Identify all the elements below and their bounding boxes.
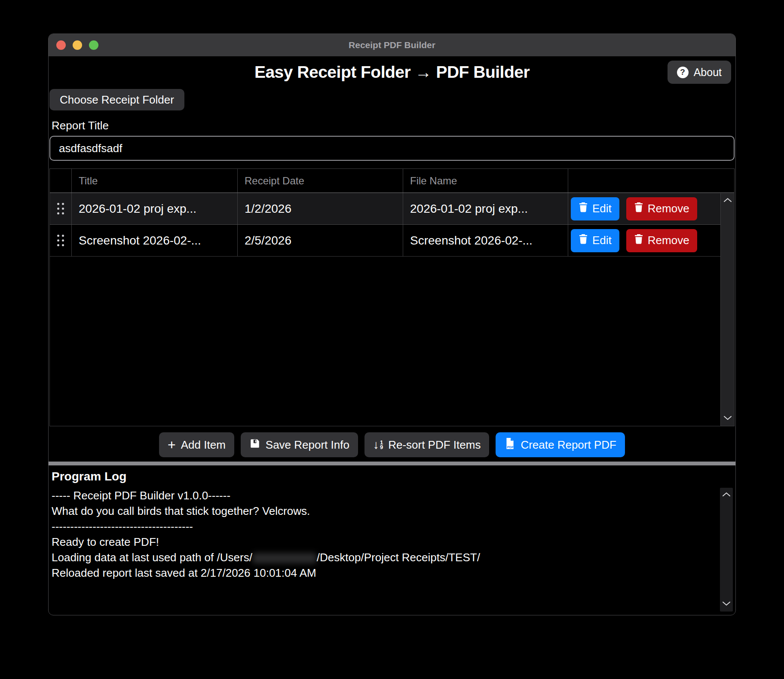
row-actions-cell: Edit Remove: [568, 193, 721, 224]
column-header-actions: [568, 169, 721, 193]
log-scrollbar[interactable]: [720, 488, 733, 612]
trash-icon: [634, 234, 643, 247]
about-button[interactable]: ? About: [668, 61, 731, 84]
remove-button[interactable]: Remove: [626, 197, 697, 220]
log-scroll-down-icon[interactable]: [721, 600, 732, 608]
window-title: Receipt PDF Builder: [349, 40, 435, 50]
titlebar: Receipt PDF Builder: [49, 34, 735, 56]
log-line: ----- Receipt PDF Builder v1.0.0------: [52, 488, 717, 503]
report-title-label: Report Title: [52, 119, 735, 132]
scroll-up-icon[interactable]: [723, 197, 733, 205]
column-header-file-name: File Name: [403, 169, 568, 193]
row-actions-cell: Edit Remove: [568, 225, 721, 256]
table-scrollbar[interactable]: [720, 193, 734, 426]
program-log-pane: Program Log ----- Receipt PDF Builder v1…: [49, 465, 735, 615]
row-file-cell: 2026-01-02 proj exp...: [403, 193, 568, 224]
drag-dots-icon: [57, 203, 64, 214]
app-window: Receipt PDF Builder Easy Receipt Folder …: [48, 34, 736, 615]
save-report-info-label: Save Report Info: [266, 438, 349, 452]
traffic-lights: [56, 34, 98, 56]
question-icon: ?: [677, 67, 689, 78]
remove-button[interactable]: Remove: [626, 229, 697, 252]
drag-dots-icon: [57, 235, 64, 246]
receipt-table: Title Receipt Date File Name 2026-01-02 …: [49, 168, 735, 426]
row-drag-handle[interactable]: [50, 193, 72, 224]
redacted-username: [252, 553, 317, 563]
pane-splitter[interactable]: [49, 462, 735, 465]
pdf-file-icon: PDF: [504, 437, 515, 453]
choose-receipt-folder-button[interactable]: Choose Receipt Folder: [49, 89, 184, 110]
table-row: 2026-01-02 proj exp... 1/2/2026 2026-01-…: [50, 193, 734, 225]
edit-button[interactable]: Edit: [571, 197, 619, 220]
column-header-receipt-date: Receipt Date: [238, 169, 403, 193]
log-line: --------------------------------------: [52, 519, 717, 534]
trash-icon: [579, 234, 588, 247]
row-title-cell: 2026-01-02 proj exp...: [72, 193, 238, 224]
table-row: Screenshot 2026-02-... 2/5/2026 Screensh…: [50, 225, 734, 257]
log-line-last: Reloaded report last saved at 2/17/2026 …: [52, 565, 717, 581]
close-button[interactable]: [56, 40, 66, 50]
trash-icon: [579, 202, 588, 215]
drag-handle-column-header: [50, 169, 72, 193]
svg-text:PDF: PDF: [507, 445, 514, 449]
row-drag-handle[interactable]: [50, 225, 72, 256]
add-item-label: Add Item: [181, 438, 226, 452]
plus-icon: +: [168, 438, 176, 452]
resort-pdf-items-label: Re-sort PDF Items: [388, 438, 481, 452]
table-header-row: Title Receipt Date File Name: [50, 169, 734, 193]
log-path-prefix: Loading data at last used path of /Users…: [52, 551, 252, 564]
row-title-cell: Screenshot 2026-02-...: [72, 225, 238, 256]
log-line-path: Loading data at last used path of /Users…: [52, 550, 717, 565]
report-title-input[interactable]: [49, 136, 735, 161]
log-lines: ----- Receipt PDF Builder v1.0.0------Wh…: [52, 488, 717, 550]
create-report-pdf-label: Create Report PDF: [521, 438, 616, 452]
create-report-pdf-button[interactable]: PDF Create Report PDF: [496, 432, 625, 457]
row-date-cell: 1/2/2026: [238, 193, 403, 224]
log-line: What do you call birds that stick togeth…: [52, 503, 717, 519]
resort-pdf-items-button[interactable]: ↓ 19 Re-sort PDF Items: [364, 432, 489, 457]
log-path-suffix: /Desktop/Project Receipts/TEST/: [317, 551, 480, 564]
toolbar: + Add Item Save Report Info ↓ 19 Re-sort…: [49, 432, 735, 457]
trash-icon: [634, 202, 643, 215]
edit-button[interactable]: Edit: [571, 229, 619, 252]
row-file-cell: Screenshot 2026-02-...: [403, 225, 568, 256]
log-scroll-up-icon[interactable]: [721, 491, 732, 499]
scroll-down-icon[interactable]: [723, 415, 733, 422]
program-log-heading: Program Log: [52, 470, 717, 483]
page-title: Easy Receipt Folder → PDF Builder: [49, 60, 735, 85]
save-report-info-button[interactable]: Save Report Info: [241, 432, 358, 457]
minimize-button[interactable]: [73, 40, 82, 50]
save-icon: [249, 438, 260, 452]
row-date-cell: 2/5/2026: [238, 225, 403, 256]
sort-numeric-down-icon: ↓ 19: [373, 439, 383, 451]
header-row: Easy Receipt Folder → PDF Builder ? Abou…: [49, 60, 735, 85]
zoom-button[interactable]: [89, 40, 98, 50]
add-item-button[interactable]: + Add Item: [159, 432, 234, 457]
table-body: 2026-01-02 proj exp... 1/2/2026 2026-01-…: [50, 193, 734, 257]
column-header-title: Title: [72, 169, 238, 193]
log-line: Ready to create PDF!: [52, 534, 717, 550]
about-button-label: About: [694, 66, 722, 79]
